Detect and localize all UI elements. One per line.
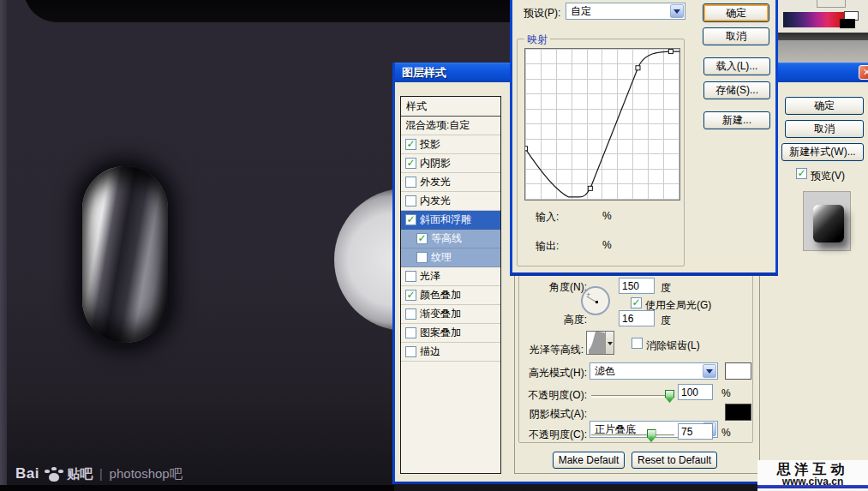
style-checkbox[interactable]: ✓ — [405, 158, 416, 169]
curve-point-handle[interactable] — [668, 50, 673, 54]
shadow-opacity-input[interactable]: 75 — [678, 423, 713, 440]
color-spectrum-bar[interactable] — [783, 12, 845, 27]
style-list-item[interactable]: ✓等高线 — [401, 230, 500, 248]
style-list-item[interactable]: 光泽 — [401, 267, 500, 286]
ok-button[interactable]: 确定 — [785, 97, 864, 115]
chevron-down-icon[interactable] — [670, 4, 684, 18]
style-list-item[interactable]: 内发光 — [401, 192, 500, 211]
highlight-opacity-slider[interactable] — [591, 389, 674, 403]
style-checkbox[interactable]: ✓ — [405, 139, 416, 150]
style-list-item[interactable]: 描边 — [401, 343, 500, 362]
style-item-label: 内阴影 — [420, 156, 451, 171]
highlight-opacity-input[interactable]: 100 — [678, 384, 713, 400]
angle-input[interactable]: 150 — [619, 278, 655, 294]
style-checkbox[interactable]: ✓ — [416, 233, 428, 244]
style-checkbox[interactable] — [405, 327, 416, 338]
style-checkbox[interactable] — [405, 308, 416, 320]
altitude-input[interactable]: 16 — [619, 310, 655, 326]
style-checkbox[interactable] — [405, 271, 416, 282]
style-list-item[interactable]: 纹理 — [401, 248, 500, 267]
style-list-item[interactable]: 混合选项:自定 — [401, 117, 500, 135]
style-preview-thumbnail — [803, 191, 851, 251]
chevron-down-icon[interactable] — [703, 364, 716, 378]
gloss-contour-label: 光泽等高线: — [512, 343, 584, 357]
preset-value: 自定 — [571, 4, 591, 19]
style-item-label: 内发光 — [420, 194, 451, 208]
style-list-item[interactable]: 渐变叠加 — [401, 305, 500, 324]
curve-point-handle[interactable] — [588, 186, 592, 190]
style-checkbox[interactable]: ✓ — [405, 290, 416, 301]
contour-curve-editor[interactable] — [524, 48, 680, 201]
ciya-name: 思洋互动 — [757, 460, 868, 476]
new-contour-button[interactable]: 新建... — [703, 111, 770, 129]
ciya-watermark: 思洋互动 www.ciya.cn — [757, 460, 868, 491]
highlight-mode-select[interactable]: 滤色 — [590, 362, 718, 380]
ok-button[interactable]: 确定 — [703, 3, 769, 22]
style-item-label: 光泽 — [420, 269, 440, 284]
new-style-button[interactable]: 新建样式(W)... — [781, 143, 864, 161]
curve-handles[interactable] — [525, 50, 673, 191]
contour-editor-dialog: 预设(P): 自定 确定 取消 映射 载入(L)... 存储(S)... 新建.… — [510, 0, 778, 276]
gloss-contour-thumbnail — [587, 332, 606, 354]
angle-dial[interactable]: + — [581, 286, 610, 315]
chevron-down-icon[interactable] — [605, 332, 614, 354]
canvas-left-edge — [0, 0, 7, 491]
style-item-label: 外发光 — [420, 175, 451, 189]
slider-track[interactable] — [591, 395, 674, 398]
style-item-label: 投影 — [420, 137, 440, 152]
style-list-item[interactable]: ✓内阴影 — [401, 154, 500, 173]
tieba-text: 贴吧 — [67, 466, 93, 482]
percent-sign: % — [721, 427, 731, 439]
artwork-black-panel — [24, 0, 519, 22]
artwork-glossy-pill-button — [82, 166, 168, 343]
close-icon[interactable]: ✕ — [859, 65, 868, 80]
slider-track[interactable] — [591, 434, 674, 437]
style-checkbox[interactable] — [405, 177, 416, 188]
style-checkbox[interactable] — [405, 195, 416, 207]
preset-label: 预设(P): — [524, 6, 560, 21]
slider-thumb[interactable] — [665, 390, 674, 403]
style-list-item[interactable]: ✓投影 — [401, 135, 500, 154]
percent-sign: % — [721, 387, 731, 399]
palette-box-outline — [817, 0, 846, 8]
save-button[interactable]: 存储(S)... — [703, 81, 770, 99]
style-item-label: 描边 — [420, 344, 440, 359]
preview-label: 预览(V) — [811, 169, 845, 183]
baidu-logo-text: Bai — [15, 465, 39, 482]
preset-select[interactable]: 自定 — [566, 3, 685, 20]
foreground-color-swatch[interactable] — [840, 19, 855, 28]
style-list-item[interactable]: 图案叠加 — [401, 324, 500, 343]
ciya-blue-bar — [757, 485, 868, 491]
style-list-item[interactable]: ✓斜面和浮雕 — [401, 211, 500, 230]
style-list-item[interactable]: 外发光 — [401, 173, 500, 192]
global-light-checkbox[interactable]: ✓ — [631, 297, 642, 308]
style-item-label: 渐变叠加 — [420, 307, 461, 321]
style-list-item[interactable]: ✓颜色叠加 — [401, 286, 500, 305]
cancel-button[interactable]: 取消 — [703, 27, 769, 45]
cancel-button[interactable]: 取消 — [785, 120, 864, 138]
global-light-label: 使用全局光(G) — [645, 298, 711, 313]
contour-curve-path[interactable] — [525, 51, 679, 197]
shadow-color-swatch[interactable] — [725, 404, 751, 421]
highlight-mode-label: 高光模式(H): — [515, 366, 587, 380]
make-default-button[interactable]: Make Default — [553, 452, 625, 469]
preview-checkbox[interactable]: ✓ — [796, 168, 807, 179]
angle-unit: 度 — [661, 281, 671, 296]
style-checkbox[interactable] — [405, 346, 416, 357]
style-checkbox[interactable]: ✓ — [405, 214, 416, 225]
highlight-color-swatch[interactable] — [725, 362, 751, 380]
reset-to-default-button[interactable]: Reset to Default — [632, 452, 717, 469]
anti-alias-checkbox[interactable] — [632, 338, 643, 349]
preview-button-graphic — [813, 205, 844, 243]
style-item-label: 图案叠加 — [420, 326, 461, 340]
curve-point-handle[interactable] — [525, 147, 528, 151]
shadow-mode-label: 阴影模式(A): — [515, 407, 587, 422]
style-checkbox[interactable] — [416, 252, 428, 263]
baidu-paw-icon — [43, 464, 63, 483]
shadow-opacity-slider[interactable] — [591, 428, 674, 442]
curve-point-handle[interactable] — [636, 66, 640, 70]
slider-thumb[interactable] — [647, 429, 656, 442]
load-button[interactable]: 载入(L)... — [703, 57, 770, 75]
shadow-opacity-label: 不透明度(C): — [515, 428, 587, 442]
gloss-contour-picker[interactable] — [586, 331, 614, 355]
